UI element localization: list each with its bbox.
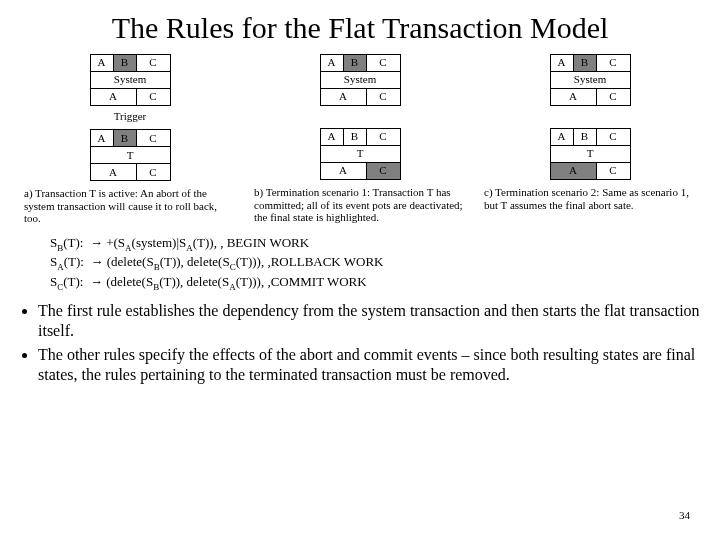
- summary-bullets: The first rule establishes the dependenc…: [20, 301, 700, 385]
- page-title: The Rules for the Flat Transaction Model: [20, 10, 700, 46]
- cell: T: [550, 146, 630, 163]
- cell: C: [366, 89, 400, 106]
- cell: B: [113, 130, 136, 147]
- scenarios-row: ABC System AC Trigger ABC T AC a) Transa…: [20, 52, 700, 225]
- t-table-c: ABC T AC: [550, 128, 631, 180]
- cell: B: [113, 55, 136, 72]
- cell: C: [136, 130, 170, 147]
- cell: A: [550, 89, 596, 106]
- bullet-1: The first rule establishes the dependenc…: [38, 301, 700, 341]
- cell: B: [573, 129, 596, 146]
- cell: A: [320, 55, 343, 72]
- cell: System: [90, 72, 170, 89]
- cell: T: [320, 146, 400, 163]
- scenario-c: ABC System AC ABC T AC c) Termination sc…: [480, 52, 700, 225]
- cell: B: [343, 55, 366, 72]
- cell: C: [136, 55, 170, 72]
- scenario-b: ABC System AC ABC T AC b) Termination sc…: [250, 52, 470, 225]
- cell: A: [90, 89, 136, 106]
- cell: C: [596, 163, 630, 180]
- cell: A: [90, 55, 113, 72]
- cell: A: [90, 164, 136, 181]
- system-table-a: ABC System AC: [90, 54, 171, 106]
- system-table-c: ABC System AC: [550, 54, 631, 106]
- cell: C: [366, 129, 400, 146]
- rule-sb: SB(T): → +(SA(system)|SA(T)), , BEGIN WO…: [50, 235, 700, 254]
- caption-b: b) Termination scenario 1: Transaction T…: [250, 186, 470, 224]
- cell: A: [550, 55, 573, 72]
- cell: C: [366, 55, 400, 72]
- t-table-a: ABC T AC: [90, 129, 171, 181]
- cell: A: [320, 89, 366, 106]
- cell: C: [596, 129, 630, 146]
- cell: C: [596, 89, 630, 106]
- cell: A: [550, 163, 596, 180]
- rule-sc: SC(T): → (delete(SB(T)), delete(SA(T))),…: [50, 274, 700, 293]
- cell: C: [136, 89, 170, 106]
- cell: System: [320, 72, 400, 89]
- caption-a: a) Transaction T is active: An abort of …: [20, 187, 240, 225]
- page-number: 34: [679, 509, 690, 522]
- trigger-label: Trigger: [114, 110, 147, 123]
- caption-c: c) Termination scenario 2: Same as scena…: [480, 186, 700, 211]
- cell: B: [573, 55, 596, 72]
- rule-sa: SA(T): → (delete(SB(T)), delete(SC(T))),…: [50, 254, 700, 273]
- bullet-2: The other rules specify the effects of t…: [38, 345, 700, 385]
- system-table-b: ABC System AC: [320, 54, 401, 106]
- cell: A: [550, 129, 573, 146]
- cell: C: [366, 163, 400, 180]
- cell: T: [90, 147, 170, 164]
- rule-definitions: SB(T): → +(SA(system)|SA(T)), , BEGIN WO…: [50, 235, 700, 293]
- scenario-a: ABC System AC Trigger ABC T AC a) Transa…: [20, 52, 240, 225]
- cell: A: [90, 130, 113, 147]
- cell: B: [343, 129, 366, 146]
- cell: A: [320, 129, 343, 146]
- cell: A: [320, 163, 366, 180]
- cell: System: [550, 72, 630, 89]
- t-table-b: ABC T AC: [320, 128, 401, 180]
- cell: C: [136, 164, 170, 181]
- cell: C: [596, 55, 630, 72]
